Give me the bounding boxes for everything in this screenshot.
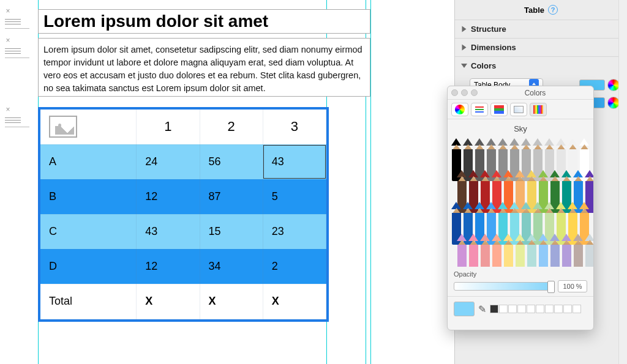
section-dimensions[interactable]: Dimensions — [455, 38, 627, 56]
column-header-image[interactable] — [40, 110, 137, 144]
pencil-color[interactable] — [561, 234, 572, 267]
mini-swatch[interactable] — [545, 305, 554, 313]
current-color-swatch[interactable] — [454, 302, 475, 316]
row-label[interactable]: C — [40, 214, 137, 249]
tab-sliders[interactable] — [471, 103, 488, 116]
table-cell[interactable]: 43 — [137, 214, 200, 249]
table-row-total[interactable]: TotalXXX — [40, 284, 326, 319]
table-cell[interactable]: 43 — [263, 144, 326, 179]
saved-swatches[interactable] — [490, 305, 581, 313]
table-cell[interactable]: 24 — [137, 144, 200, 179]
tab-image[interactable] — [510, 103, 527, 116]
table-cell[interactable]: 56 — [200, 144, 263, 179]
table-cell[interactable]: 34 — [200, 249, 263, 284]
block-handle[interactable]: × — [5, 107, 29, 127]
close-icon[interactable]: × — [5, 38, 11, 44]
pencil-color[interactable] — [492, 234, 502, 267]
pencil-color[interactable] — [573, 234, 584, 267]
section-structure[interactable]: Structure — [455, 20, 627, 38]
inspector-title: Table — [524, 6, 544, 15]
data-table[interactable]: 123 A245643B12875C431523D12342TotalXXX — [40, 110, 326, 319]
document-canvas[interactable]: × × × Lorem ipsum dolor sit amet Lorem i… — [0, 0, 453, 364]
pencil-color[interactable] — [457, 234, 467, 267]
mini-swatch[interactable] — [536, 305, 544, 313]
pencil-color[interactable] — [585, 234, 593, 267]
table-block[interactable]: 123 A245643B12875C431523D12342TotalXXX — [38, 107, 329, 322]
opacity-label: Opacity — [454, 270, 476, 278]
close-icon[interactable]: × — [5, 107, 11, 113]
tab-color-wheel[interactable] — [451, 103, 468, 116]
table-row[interactable]: C431523 — [40, 214, 326, 249]
color-wheel-icon[interactable] — [607, 79, 620, 91]
mini-swatch[interactable] — [573, 305, 581, 313]
table-cell[interactable]: X — [263, 284, 326, 319]
pencil-grid[interactable] — [448, 138, 593, 267]
image-placeholder-icon — [49, 116, 77, 138]
mini-swatch[interactable] — [508, 305, 517, 313]
row-label[interactable]: B — [40, 179, 137, 214]
color-picker-window[interactable]: Colors Sky Opacity 100 % ✎ — [447, 86, 594, 330]
drag-icon[interactable] — [5, 45, 29, 58]
table-row[interactable]: B12875 — [40, 179, 326, 214]
traffic-zoom-icon[interactable] — [471, 89, 478, 96]
block-handle[interactable]: × — [5, 9, 29, 29]
table-cell[interactable]: 15 — [200, 214, 263, 249]
color-name: Sky — [448, 119, 593, 138]
table-cell[interactable]: 12 — [137, 179, 200, 214]
mini-swatch[interactable] — [499, 305, 508, 313]
paragraph-block[interactable]: Lorem ipsum dolor sit amet, consetetur s… — [38, 38, 370, 97]
close-icon[interactable]: × — [5, 9, 11, 15]
tab-pencils[interactable] — [530, 103, 547, 116]
block-handle[interactable]: × — [5, 38, 29, 58]
table-cell[interactable]: 23 — [263, 214, 326, 249]
table-cell[interactable]: X — [137, 284, 200, 319]
table-cell[interactable]: 12 — [137, 249, 200, 284]
opacity-slider[interactable] — [454, 282, 554, 291]
pencil-color[interactable] — [538, 234, 549, 267]
table-cell[interactable]: 2 — [263, 249, 326, 284]
slider-thumb[interactable] — [547, 281, 555, 293]
section-label: Colors — [471, 61, 496, 70]
mini-swatch[interactable] — [554, 305, 563, 313]
guide-line — [370, 0, 371, 364]
table-cell[interactable]: 87 — [200, 179, 263, 214]
disclosure-icon — [462, 45, 467, 51]
row-label[interactable]: D — [40, 249, 137, 284]
title-block[interactable]: Lorem ipsum dolor sit amet — [38, 9, 370, 34]
table-cell[interactable]: 5 — [263, 179, 326, 214]
opacity-value[interactable]: 100 % — [558, 280, 587, 292]
mini-swatch[interactable] — [563, 305, 572, 313]
traffic-min-icon[interactable] — [461, 89, 468, 96]
table-row[interactable]: D12342 — [40, 249, 326, 284]
pencil-color[interactable] — [550, 234, 560, 267]
section-colors[interactable]: Colors — [455, 56, 627, 75]
pencil-color[interactable] — [468, 234, 479, 267]
pencil-color[interactable] — [527, 234, 537, 267]
eyedropper-icon[interactable]: ✎ — [478, 303, 486, 315]
mini-swatch[interactable] — [517, 305, 526, 313]
color-wheel-icon[interactable] — [607, 97, 620, 109]
column-header[interactable]: 1 — [137, 110, 200, 144]
titlebar[interactable]: Colors — [448, 86, 593, 100]
column-header[interactable]: 3 — [263, 110, 326, 144]
table-cell[interactable]: X — [200, 284, 263, 319]
row-label[interactable]: Total — [40, 284, 137, 319]
mini-swatch[interactable] — [527, 305, 535, 313]
page-title: Lorem ipsum dolor sit amet — [43, 12, 268, 31]
help-icon[interactable]: ? — [548, 5, 558, 15]
palette-icon — [494, 105, 504, 114]
mini-swatch[interactable] — [490, 305, 498, 313]
row-label[interactable]: A — [40, 144, 137, 179]
window-title: Colors — [481, 89, 590, 97]
drag-icon[interactable] — [5, 114, 29, 127]
column-header[interactable]: 2 — [200, 110, 263, 144]
scrollbar[interactable] — [618, 0, 627, 364]
pencil-color[interactable] — [515, 234, 525, 267]
image-icon — [514, 106, 524, 113]
traffic-close-icon[interactable] — [451, 89, 458, 96]
drag-icon[interactable] — [5, 15, 29, 29]
tab-palettes[interactable] — [490, 103, 508, 116]
pencil-color[interactable] — [503, 234, 514, 267]
pencil-color[interactable] — [480, 234, 490, 267]
table-row[interactable]: A245643 — [40, 144, 326, 179]
